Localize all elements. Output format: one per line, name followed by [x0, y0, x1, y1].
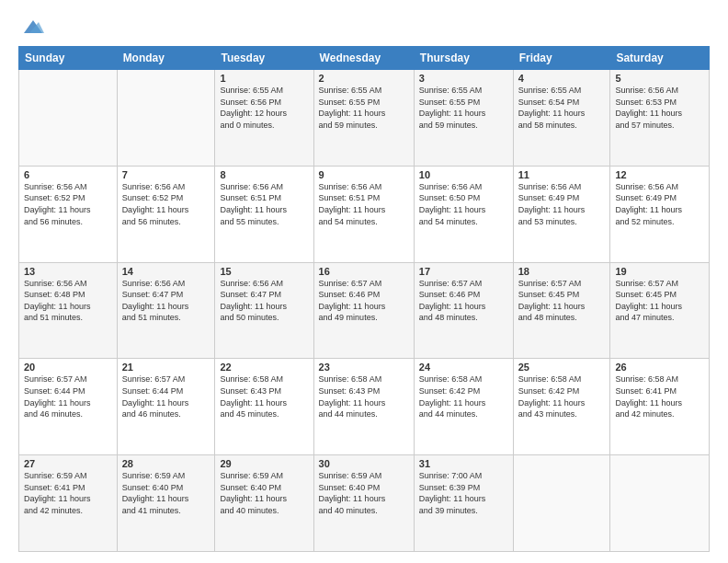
day-number: 2: [319, 73, 409, 84]
calendar-cell: 13Sunrise: 6:56 AM Sunset: 6:48 PM Dayli…: [19, 262, 118, 359]
day-info: Sunrise: 6:58 AM Sunset: 6:43 PM Dayligh…: [220, 373, 308, 419]
calendar-cell: 3Sunrise: 6:55 AM Sunset: 6:55 PM Daylig…: [414, 70, 513, 167]
day-info: Sunrise: 6:58 AM Sunset: 6:41 PM Dayligh…: [615, 373, 704, 419]
calendar-cell: 8Sunrise: 6:56 AM Sunset: 6:51 PM Daylig…: [215, 166, 313, 262]
col-header-friday: Friday: [513, 47, 610, 70]
day-info: Sunrise: 6:55 AM Sunset: 6:54 PM Dayligh…: [518, 85, 606, 131]
calendar-week-row: 27Sunrise: 6:59 AM Sunset: 6:41 PM Dayli…: [19, 455, 710, 552]
day-number: 4: [518, 73, 606, 84]
calendar-cell: 25Sunrise: 6:58 AM Sunset: 6:42 PM Dayli…: [513, 359, 610, 455]
day-number: 15: [220, 266, 308, 277]
col-header-thursday: Thursday: [414, 47, 513, 70]
day-number: 13: [24, 266, 112, 277]
calendar-week-row: 6Sunrise: 6:56 AM Sunset: 6:52 PM Daylig…: [19, 166, 710, 262]
calendar-cell: 17Sunrise: 6:57 AM Sunset: 6:46 PM Dayli…: [414, 262, 513, 359]
day-info: Sunrise: 6:55 AM Sunset: 6:55 PM Dayligh…: [319, 85, 409, 131]
day-info: Sunrise: 6:57 AM Sunset: 6:44 PM Dayligh…: [122, 373, 210, 419]
calendar-cell: 7Sunrise: 6:56 AM Sunset: 6:52 PM Daylig…: [117, 166, 215, 262]
day-info: Sunrise: 6:55 AM Sunset: 6:55 PM Dayligh…: [419, 85, 508, 131]
calendar-cell: [117, 70, 215, 167]
day-number: 31: [419, 458, 508, 469]
calendar-cell: 24Sunrise: 6:58 AM Sunset: 6:42 PM Dayli…: [414, 359, 513, 455]
day-number: 9: [319, 169, 409, 180]
calendar-cell: 4Sunrise: 6:55 AM Sunset: 6:54 PM Daylig…: [513, 70, 610, 167]
calendar-cell: 18Sunrise: 6:57 AM Sunset: 6:45 PM Dayli…: [513, 262, 610, 359]
calendar-cell: 2Sunrise: 6:55 AM Sunset: 6:55 PM Daylig…: [313, 70, 414, 167]
day-number: 1: [220, 73, 308, 84]
calendar-cell: 1Sunrise: 6:55 AM Sunset: 6:56 PM Daylig…: [215, 70, 313, 167]
day-number: 5: [615, 73, 704, 84]
day-info: Sunrise: 6:59 AM Sunset: 6:40 PM Dayligh…: [122, 470, 210, 516]
day-number: 28: [122, 458, 210, 469]
day-info: Sunrise: 6:56 AM Sunset: 6:50 PM Dayligh…: [419, 181, 508, 227]
day-info: Sunrise: 6:56 AM Sunset: 6:47 PM Dayligh…: [220, 278, 308, 324]
day-info: Sunrise: 6:59 AM Sunset: 6:40 PM Dayligh…: [220, 470, 308, 516]
calendar-week-row: 20Sunrise: 6:57 AM Sunset: 6:44 PM Dayli…: [19, 359, 710, 455]
calendar-cell: 20Sunrise: 6:57 AM Sunset: 6:44 PM Dayli…: [19, 359, 118, 455]
day-number: 29: [220, 458, 308, 469]
day-info: Sunrise: 6:56 AM Sunset: 6:52 PM Dayligh…: [24, 181, 112, 227]
day-number: 27: [24, 458, 112, 469]
calendar-cell: 28Sunrise: 6:59 AM Sunset: 6:40 PM Dayli…: [117, 455, 215, 552]
col-header-monday: Monday: [117, 47, 215, 70]
day-number: 23: [319, 362, 409, 373]
calendar-header-row: SundayMondayTuesdayWednesdayThursdayFrid…: [19, 47, 710, 70]
calendar-cell: [513, 455, 610, 552]
day-number: 17: [419, 266, 508, 277]
day-number: 10: [419, 169, 508, 180]
day-info: Sunrise: 6:57 AM Sunset: 6:44 PM Dayligh…: [24, 373, 112, 419]
calendar-cell: 23Sunrise: 6:58 AM Sunset: 6:43 PM Dayli…: [313, 359, 414, 455]
calendar-table: SundayMondayTuesdayWednesdayThursdayFrid…: [18, 46, 710, 552]
day-number: 19: [615, 266, 704, 277]
calendar-week-row: 1Sunrise: 6:55 AM Sunset: 6:56 PM Daylig…: [19, 70, 710, 167]
calendar-cell: 15Sunrise: 6:56 AM Sunset: 6:47 PM Dayli…: [215, 262, 313, 359]
header: [18, 15, 710, 37]
day-number: 25: [518, 362, 606, 373]
day-number: 30: [319, 458, 409, 469]
calendar-cell: 14Sunrise: 6:56 AM Sunset: 6:47 PM Dayli…: [117, 262, 215, 359]
day-info: Sunrise: 6:57 AM Sunset: 6:46 PM Dayligh…: [319, 278, 409, 324]
day-number: 20: [24, 362, 112, 373]
day-info: Sunrise: 6:56 AM Sunset: 6:49 PM Dayligh…: [615, 181, 704, 227]
day-info: Sunrise: 6:56 AM Sunset: 6:49 PM Dayligh…: [518, 181, 606, 227]
day-info: Sunrise: 6:56 AM Sunset: 6:51 PM Dayligh…: [220, 181, 308, 227]
day-info: Sunrise: 6:56 AM Sunset: 6:47 PM Dayligh…: [122, 278, 210, 324]
calendar-cell: 30Sunrise: 6:59 AM Sunset: 6:40 PM Dayli…: [313, 455, 414, 552]
calendar-cell: 19Sunrise: 6:57 AM Sunset: 6:45 PM Dayli…: [610, 262, 710, 359]
day-info: Sunrise: 6:58 AM Sunset: 6:43 PM Dayligh…: [319, 373, 409, 419]
day-number: 11: [518, 169, 606, 180]
calendar-cell: 29Sunrise: 6:59 AM Sunset: 6:40 PM Dayli…: [215, 455, 313, 552]
calendar-cell: 9Sunrise: 6:56 AM Sunset: 6:51 PM Daylig…: [313, 166, 414, 262]
calendar-week-row: 13Sunrise: 6:56 AM Sunset: 6:48 PM Dayli…: [19, 262, 710, 359]
calendar-cell: [19, 70, 118, 167]
day-number: 3: [419, 73, 508, 84]
calendar-cell: 6Sunrise: 6:56 AM Sunset: 6:52 PM Daylig…: [19, 166, 118, 262]
col-header-wednesday: Wednesday: [313, 47, 414, 70]
calendar-cell: 16Sunrise: 6:57 AM Sunset: 6:46 PM Dayli…: [313, 262, 414, 359]
calendar-cell: 22Sunrise: 6:58 AM Sunset: 6:43 PM Dayli…: [215, 359, 313, 455]
page: SundayMondayTuesdayWednesdayThursdayFrid…: [0, 0, 728, 563]
calendar-cell: 10Sunrise: 6:56 AM Sunset: 6:50 PM Dayli…: [414, 166, 513, 262]
day-info: Sunrise: 6:56 AM Sunset: 6:52 PM Dayligh…: [122, 181, 210, 227]
calendar-cell: 26Sunrise: 6:58 AM Sunset: 6:41 PM Dayli…: [610, 359, 710, 455]
day-number: 12: [615, 169, 704, 180]
day-number: 6: [24, 169, 112, 180]
calendar-cell: 5Sunrise: 6:56 AM Sunset: 6:53 PM Daylig…: [610, 70, 710, 167]
day-info: Sunrise: 6:55 AM Sunset: 6:56 PM Dayligh…: [220, 85, 308, 131]
calendar-cell: 12Sunrise: 6:56 AM Sunset: 6:49 PM Dayli…: [610, 166, 710, 262]
day-info: Sunrise: 6:56 AM Sunset: 6:51 PM Dayligh…: [319, 181, 409, 227]
calendar-cell: 27Sunrise: 6:59 AM Sunset: 6:41 PM Dayli…: [19, 455, 118, 552]
day-number: 22: [220, 362, 308, 373]
day-number: 16: [319, 266, 409, 277]
day-info: Sunrise: 6:59 AM Sunset: 6:40 PM Dayligh…: [319, 470, 409, 516]
day-number: 18: [518, 266, 606, 277]
day-info: Sunrise: 6:57 AM Sunset: 6:45 PM Dayligh…: [518, 278, 606, 324]
day-number: 24: [419, 362, 508, 373]
day-number: 21: [122, 362, 210, 373]
calendar-cell: 31Sunrise: 7:00 AM Sunset: 6:39 PM Dayli…: [414, 455, 513, 552]
day-number: 26: [615, 362, 704, 373]
day-number: 7: [122, 169, 210, 180]
day-info: Sunrise: 6:57 AM Sunset: 6:46 PM Dayligh…: [419, 278, 508, 324]
calendar-body: 1Sunrise: 6:55 AM Sunset: 6:56 PM Daylig…: [19, 70, 710, 552]
col-header-sunday: Sunday: [19, 47, 118, 70]
